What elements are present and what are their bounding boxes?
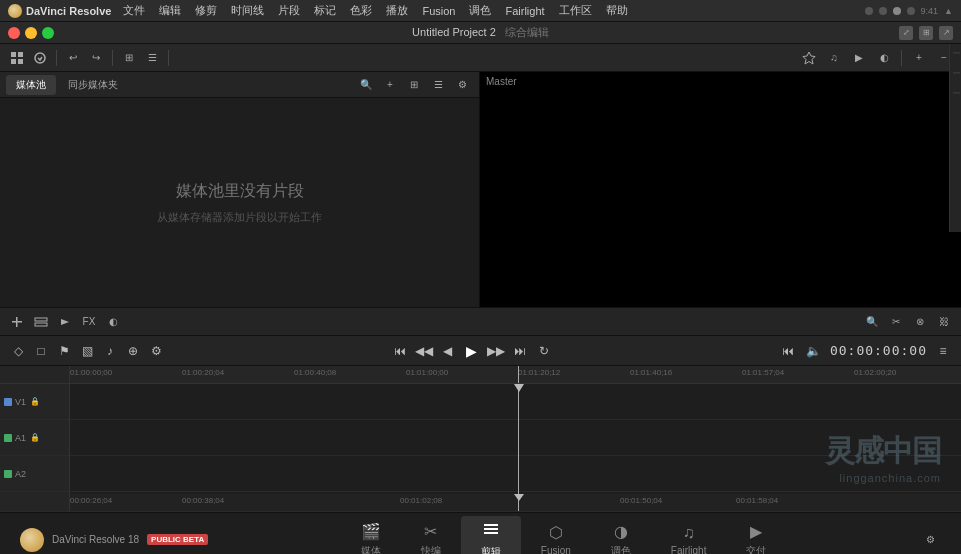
transport-loop-btn[interactable]: ↻: [534, 341, 554, 361]
watermark: 灵感中国 lingganchina.com: [825, 431, 941, 484]
nav-tab-cut[interactable]: ✂ 快编: [401, 518, 461, 555]
beta-badge: PUBLIC BETA: [147, 534, 208, 545]
menu-playback[interactable]: 播放: [380, 0, 414, 22]
panel-list-btn[interactable]: ☰: [427, 74, 449, 96]
share-icon[interactable]: ↗: [939, 26, 953, 40]
menu-bar: DaVinci Resolve 文件 编辑 修剪 时间线 片段 标记 色彩 播放…: [0, 0, 961, 22]
timecode-display: 00:00:00:00: [830, 343, 927, 358]
menu-mark[interactable]: 标记: [308, 0, 342, 22]
panel-search-btn[interactable]: 🔍: [355, 74, 377, 96]
toolbar-zoom-in-btn[interactable]: +: [908, 47, 930, 69]
layout-icon[interactable]: ⊞: [919, 26, 933, 40]
tray-time: 9:41: [921, 6, 939, 16]
menu-timeline[interactable]: 时间线: [225, 0, 270, 22]
track-lock-v1[interactable]: 🔒: [29, 396, 41, 408]
maximize-button[interactable]: [42, 27, 54, 39]
menu-grade[interactable]: 调色: [463, 0, 497, 22]
transport-next-end[interactable]: ⏭: [510, 341, 530, 361]
toolbar-undo-btn[interactable]: ↩: [62, 47, 84, 69]
transport-audio-level-btn[interactable]: 🔈: [804, 341, 824, 361]
nav-icon-edit: [482, 520, 500, 542]
ruler-time-5: 01:01:40;16: [630, 368, 672, 377]
toolbar-video-btn[interactable]: ▶: [848, 47, 870, 69]
nav-tab-fairlight[interactable]: ♫ Fairlight: [651, 520, 727, 555]
transport-clip-btn[interactable]: □: [31, 341, 51, 361]
menu-fusion[interactable]: Fusion: [416, 0, 461, 22]
tray-icon-3: [893, 7, 901, 15]
tl-magnify-btn[interactable]: 🔍: [861, 311, 883, 333]
close-button[interactable]: [8, 27, 20, 39]
tl-add-track-btn[interactable]: [6, 311, 28, 333]
menu-fairlight[interactable]: Fairlight: [499, 0, 550, 22]
toolbar-audio-btn[interactable]: ♫: [823, 47, 845, 69]
transport-zoom-btn[interactable]: ⊕: [123, 341, 143, 361]
window-controls: [8, 27, 54, 39]
toolbar-sync-bin-btn[interactable]: [29, 47, 51, 69]
bottom-settings-btn[interactable]: ⚙: [919, 529, 941, 551]
nav-tab-color[interactable]: ◑ 调色: [591, 518, 651, 555]
transport-jkl-left[interactable]: ⏮: [390, 341, 410, 361]
nav-tab-edit[interactable]: 剪辑: [461, 516, 521, 554]
main-toolbar: ↩ ↪ ⊞ ☰ ♫ ▶ ◐ + −: [0, 44, 961, 72]
toolbar-edit-group: ↩ ↪: [62, 47, 107, 69]
transport-play-btn[interactable]: ▶: [462, 341, 482, 361]
panel-add-btn[interactable]: +: [379, 74, 401, 96]
menu-color[interactable]: 色彩: [344, 0, 378, 22]
transport-prev-frame[interactable]: ◀◀: [414, 341, 434, 361]
tl-clip-view-btn[interactable]: [30, 311, 52, 333]
tl-razor-btn[interactable]: ✂: [885, 311, 907, 333]
ruler-v3: |: [950, 92, 961, 94]
transport-settings-btn[interactable]: ⚙: [146, 341, 166, 361]
tl-fx-btn[interactable]: FX: [78, 311, 100, 333]
toolbar-grid-view-btn[interactable]: ⊞: [118, 47, 140, 69]
tab-media-pool[interactable]: 媒体池: [6, 75, 56, 95]
track-label-a2: A2: [15, 469, 26, 479]
toolbar-media-pool-btn[interactable]: [6, 47, 28, 69]
tl-snap-btn[interactable]: ⊗: [909, 311, 931, 333]
tl-color-btn[interactable]: ◐: [102, 311, 124, 333]
tl-link-btn[interactable]: ⛓: [933, 311, 955, 333]
menu-trim[interactable]: 修剪: [189, 0, 223, 22]
ruler-time-1: 01:00:20;04: [182, 368, 224, 377]
watermark-url: lingganchina.com: [839, 472, 941, 484]
menu-file[interactable]: 文件: [117, 0, 151, 22]
transport-menu-btn[interactable]: ≡: [933, 341, 953, 361]
toolbar-effects-btn[interactable]: [798, 47, 820, 69]
track-headers: V1 🔒 A1 🔒 A2: [0, 384, 70, 494]
fullscreen-icon[interactable]: ⤢: [899, 26, 913, 40]
timeline-section: FX ◐ 🔍 ✂ ⊗ ⛓ ◇ □ ⚑ ▧ ♪ ⊕ ⚙ ⏮: [0, 307, 961, 512]
panel-settings-btn[interactable]: ⚙: [451, 74, 473, 96]
toolbar-redo-btn[interactable]: ↪: [85, 47, 107, 69]
menu-workspace[interactable]: 工作区: [553, 0, 598, 22]
menu-help[interactable]: 帮助: [600, 0, 634, 22]
minimize-button[interactable]: [25, 27, 37, 39]
ruler2-left: [0, 494, 70, 511]
nav-tab-media[interactable]: 🎬 媒体: [341, 518, 401, 555]
tab-sync-bin[interactable]: 同步媒体夹: [58, 75, 128, 95]
panel-grid-btn[interactable]: ⊞: [403, 74, 425, 96]
transport-flags-btn[interactable]: ⚑: [54, 341, 74, 361]
media-pool-toolbar-group: [6, 47, 51, 69]
track-header-v1: V1 🔒: [0, 384, 69, 420]
ruler-time-6: 01:01:57;04: [742, 368, 784, 377]
transport-home-btn[interactable]: ⏮: [778, 341, 798, 361]
toolbar-color-btn[interactable]: ◐: [873, 47, 895, 69]
panels-row: 媒体池 同步媒体夹 🔍 + ⊞ ☰ ⚙ 媒体池里没有片段 从媒体存储器添加片段以…: [0, 72, 961, 307]
menu-clip[interactable]: 片段: [272, 0, 306, 22]
svg-rect-8: [35, 318, 47, 321]
nav-tab-fusion[interactable]: ⬡ Fusion: [521, 519, 591, 554]
nav-tab-deliver[interactable]: ▶ 交付: [726, 518, 786, 555]
tl-audio-view-btn[interactable]: [54, 311, 76, 333]
transport-marker-btn[interactable]: ◇: [8, 341, 28, 361]
tray-icon-1: [865, 7, 873, 15]
transport-audio-btn[interactable]: ♪: [100, 341, 120, 361]
toolbar-list-view-btn[interactable]: ☰: [141, 47, 163, 69]
nav-label-edit: 剪辑: [481, 545, 501, 554]
transport-prev[interactable]: ◀: [438, 341, 458, 361]
svg-rect-9: [35, 323, 47, 326]
track-lock-a1[interactable]: 🔒: [29, 432, 41, 444]
transport-next[interactable]: ▶▶: [486, 341, 506, 361]
svg-marker-5: [803, 52, 815, 64]
menu-edit[interactable]: 编辑: [153, 0, 187, 22]
transport-clip-mode-btn[interactable]: ▧: [77, 341, 97, 361]
